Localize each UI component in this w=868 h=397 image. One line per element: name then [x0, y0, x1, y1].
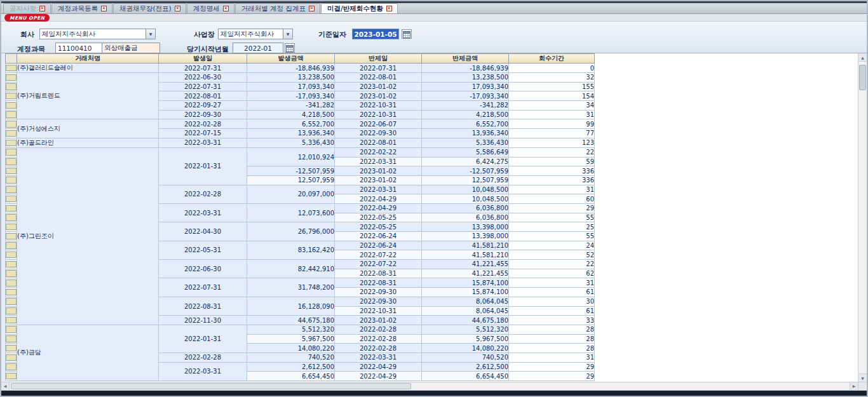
settle-date-cell[interactable]: 2022-05-25 [335, 213, 422, 222]
period-cell[interactable]: 60 [509, 194, 595, 204]
vertical-scrollbar[interactable]: ▲ ▼ [858, 53, 867, 382]
tab-close-icon[interactable]: × [223, 6, 229, 11]
occur-date-cell[interactable]: 2022-03-31 [159, 362, 247, 380]
row-selector[interactable] [6, 241, 17, 250]
settle-date-cell[interactable]: 2022-07-31 [335, 64, 422, 73]
row-selector[interactable] [6, 194, 17, 204]
occur-amount-cell[interactable]: 6,654,450 [247, 372, 335, 381]
settle-amount-cell[interactable]: 6,036,800 [422, 213, 509, 222]
row-selector[interactable] [6, 166, 17, 176]
period-cell[interactable]: 24 [509, 241, 595, 250]
tab-공지사항[interactable]: 공지사항× [3, 3, 51, 13]
occur-amount-cell[interactable]: 5,967,500 [247, 334, 335, 344]
row-selector[interactable] [6, 297, 17, 306]
period-cell[interactable]: 28 [509, 325, 595, 334]
settle-amount-cell[interactable]: -341,282 [422, 101, 509, 111]
occur-amount-cell[interactable]: -12,507,959 [247, 166, 335, 176]
row-selector[interactable] [6, 82, 17, 91]
column-header[interactable]: 반제일 [335, 54, 422, 64]
occur-amount-cell[interactable]: 26,796,000 [247, 222, 335, 241]
settle-amount-cell[interactable]: 41,221,455 [422, 269, 509, 278]
period-cell[interactable]: 22 [509, 260, 595, 269]
row-selector[interactable] [6, 203, 17, 213]
occur-date-cell[interactable]: 2022-07-31 [159, 82, 247, 91]
occur-date-cell[interactable]: 2022-05-31 [159, 241, 247, 259]
occur-date-cell[interactable]: 2022-08-01 [159, 91, 247, 101]
tab-close-icon[interactable]: × [101, 6, 107, 11]
row-selector[interactable] [6, 101, 17, 111]
settle-amount-cell[interactable]: 17,093,340 [422, 82, 509, 91]
calendar-icon[interactable] [402, 29, 412, 39]
settle-amount-cell[interactable]: 13,398,000 [422, 222, 509, 232]
settle-date-cell[interactable]: 2022-02-28 [335, 334, 422, 344]
settle-amount-cell[interactable]: 12,507,959 [422, 175, 509, 185]
period-cell[interactable]: 336 [509, 166, 595, 176]
occur-date-cell[interactable]: 2022-02-28 [159, 119, 247, 129]
row-selector[interactable] [6, 344, 17, 353]
workplace-select[interactable]: 제일저지주식회사 ▼ [218, 29, 293, 39]
period-cell[interactable]: 123 [509, 138, 595, 147]
occur-amount-cell[interactable]: -341,282 [247, 101, 335, 111]
settle-date-cell[interactable]: 2022-02-22 [335, 147, 422, 157]
settle-amount-cell[interactable]: 5,586,649 [422, 147, 509, 157]
settle-amount-cell[interactable]: 6,036,800 [422, 203, 509, 213]
occur-date-cell[interactable]: 2022-06-30 [159, 73, 247, 83]
chevron-down-icon[interactable]: ▼ [283, 29, 292, 39]
settle-date-cell[interactable]: 2022-06-07 [335, 119, 422, 129]
settle-amount-cell[interactable]: 8,064,045 [422, 297, 509, 306]
settle-amount-cell[interactable]: 8,064,045 [422, 306, 509, 316]
period-cell[interactable]: 336 [509, 175, 595, 185]
settle-amount-cell[interactable]: 740,520 [422, 353, 509, 362]
row-selector[interactable] [6, 119, 17, 129]
occur-amount-cell[interactable]: 5,336,430 [247, 138, 335, 147]
period-cell[interactable]: 31 [509, 185, 595, 194]
row-selector[interactable] [6, 185, 17, 194]
period-cell[interactable]: 32 [509, 73, 595, 83]
occur-amount-cell[interactable]: 6,552,700 [247, 119, 335, 129]
chevron-down-icon[interactable]: ▼ [146, 29, 155, 39]
period-cell[interactable]: 77 [509, 129, 595, 138]
account-code-input[interactable]: 11100410 [55, 43, 102, 53]
period-cell[interactable]: 31 [509, 353, 595, 362]
settle-date-cell[interactable]: 2022-09-30 [335, 288, 422, 297]
occur-amount-cell[interactable]: 83,162,420 [247, 241, 335, 259]
horizontal-scrollbar[interactable]: ◀ ▶ [1, 382, 858, 390]
settle-amount-cell[interactable]: 5,967,500 [422, 334, 509, 344]
period-cell[interactable]: 99 [509, 119, 595, 129]
period-cell[interactable]: 62 [509, 269, 595, 278]
occur-date-cell[interactable]: 2022-06-30 [159, 260, 247, 278]
settle-date-cell[interactable]: 2022-07-22 [335, 260, 422, 269]
period-cell[interactable]: 29 [509, 362, 595, 372]
occur-date-cell[interactable]: 2022-02-28 [159, 353, 247, 362]
settle-date-cell[interactable]: 2022-07-22 [335, 250, 422, 260]
period-cell[interactable]: 28 [509, 334, 595, 344]
period-cell[interactable]: 31 [509, 278, 595, 288]
row-selector[interactable] [6, 147, 17, 157]
occur-amount-cell[interactable]: 2,612,500 [247, 362, 335, 372]
settle-date-cell[interactable]: 2022-09-30 [335, 129, 422, 138]
settle-amount-cell[interactable]: 13,238,500 [422, 73, 509, 83]
occur-amount-cell[interactable]: 17,093,340 [247, 82, 335, 91]
settle-amount-cell[interactable]: 13,936,340 [422, 129, 509, 138]
row-selector[interactable] [6, 232, 17, 241]
settle-date-cell[interactable]: 2022-03-31 [335, 185, 422, 194]
occur-date-cell[interactable]: 2022-04-30 [159, 222, 247, 241]
occur-amount-cell[interactable]: 44,675,180 [247, 316, 335, 325]
settle-date-cell[interactable]: 2022-10-31 [335, 306, 422, 316]
settle-amount-cell[interactable]: 13,398,000 [422, 232, 509, 241]
tab-close-icon[interactable]: × [175, 6, 180, 11]
occur-amount-cell[interactable]: 5,512,320 [247, 325, 335, 334]
settle-date-cell[interactable]: 2023-01-02 [335, 175, 422, 185]
row-selector[interactable] [6, 213, 17, 222]
tab-계정과목등록[interactable]: 계정과목등록× [51, 3, 112, 13]
occur-date-cell[interactable]: 2022-01-31 [159, 325, 247, 353]
settle-date-cell[interactable]: 2022-04-29 [335, 362, 422, 372]
occur-amount-cell[interactable]: 12,507,959 [247, 175, 335, 185]
period-cell[interactable]: 52 [509, 250, 595, 260]
row-selector[interactable] [6, 306, 17, 316]
scroll-left-icon[interactable]: ◀ [1, 382, 10, 390]
row-selector[interactable] [6, 175, 17, 185]
column-header[interactable]: 거래처명 [17, 54, 159, 64]
customer-cell[interactable]: (주)그린조이 [17, 147, 159, 325]
settle-date-cell[interactable]: 2023-01-02 [335, 166, 422, 176]
